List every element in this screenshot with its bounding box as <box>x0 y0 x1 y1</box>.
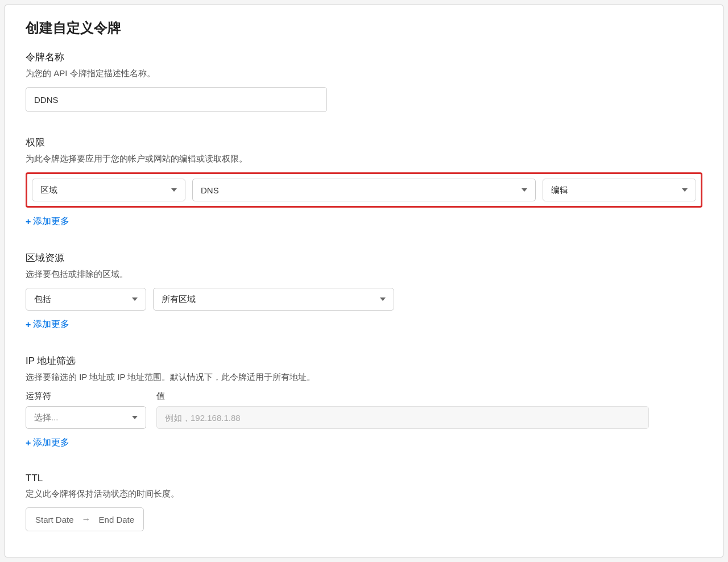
start-date-label: Start Date <box>35 515 74 524</box>
zone-add-more-label: 添加更多 <box>33 319 69 330</box>
permissions-desc: 为此令牌选择要应用于您的帐户或网站的编辑或读取权限。 <box>26 154 702 164</box>
zone-resources-title: 区域资源 <box>26 251 702 265</box>
date-range-picker[interactable]: Start Date → End Date <box>26 507 144 531</box>
token-name-desc: 为您的 API 令牌指定描述性名称。 <box>26 68 702 79</box>
token-name-title: 令牌名称 <box>26 51 702 64</box>
chevron-down-icon <box>522 188 527 192</box>
section-permissions: 权限 为此令牌选择要应用于您的帐户或网站的编辑或读取权限。 区域 DNS 编辑 … <box>26 136 702 228</box>
token-name-input[interactable] <box>26 87 327 112</box>
chevron-down-icon <box>171 188 177 192</box>
value-label: 值 <box>156 391 649 402</box>
permission-resource-select[interactable]: DNS <box>192 179 536 201</box>
zone-add-more-button[interactable]: + 添加更多 <box>26 319 69 330</box>
permission-scope-select[interactable]: 区域 <box>32 179 185 201</box>
chevron-down-icon <box>132 416 138 419</box>
zone-select[interactable]: 所有区域 <box>153 288 394 311</box>
permission-scope-value: 区域 <box>40 185 57 196</box>
ip-filter-title: IP 地址筛选 <box>26 354 702 367</box>
permissions-add-more-label: 添加更多 <box>33 216 69 228</box>
form-container: 创建自定义令牌 令牌名称 为您的 API 令牌指定描述性名称。 权限 为此令牌选… <box>5 5 723 557</box>
zone-resources-row: 包括 所有区域 <box>26 288 702 311</box>
section-ttl: TTL 定义此令牌将保持活动状态的时间长度。 Start Date → End … <box>26 473 702 531</box>
page-title: 创建自定义令牌 <box>26 19 702 37</box>
ttl-desc: 定义此令牌将保持活动状态的时间长度。 <box>26 489 702 499</box>
plus-icon: + <box>26 217 31 227</box>
chevron-down-icon <box>132 297 138 301</box>
ip-value-input[interactable] <box>156 406 649 429</box>
ttl-title: TTL <box>26 473 702 484</box>
permissions-add-more-button[interactable]: + 添加更多 <box>26 216 69 228</box>
chevron-down-icon <box>380 297 386 301</box>
permission-action-select[interactable]: 编辑 <box>543 179 696 201</box>
ip-add-more-button[interactable]: + 添加更多 <box>26 437 69 449</box>
plus-icon: + <box>26 320 31 330</box>
zone-resources-desc: 选择要包括或排除的区域。 <box>26 269 702 280</box>
operator-select[interactable]: 选择... <box>26 406 146 429</box>
permissions-row-highlight: 区域 DNS 编辑 <box>26 172 702 208</box>
operator-value: 选择... <box>34 412 59 423</box>
arrow-right-icon: → <box>82 514 91 524</box>
section-zone-resources: 区域资源 选择要包括或排除的区域。 包括 所有区域 + 添加更多 <box>26 251 702 330</box>
permission-resource-value: DNS <box>201 185 219 195</box>
plus-icon: + <box>26 438 31 448</box>
ip-add-more-label: 添加更多 <box>33 437 69 449</box>
permission-action-value: 编辑 <box>551 185 568 196</box>
zone-include-value: 包括 <box>34 294 51 305</box>
ip-filter-desc: 选择要筛选的 IP 地址或 IP 地址范围。默认情况下，此令牌适用于所有地址。 <box>26 372 702 383</box>
operator-label: 运算符 <box>26 391 146 402</box>
chevron-down-icon <box>682 188 688 192</box>
zone-include-select[interactable]: 包括 <box>26 288 146 311</box>
section-ip-filter: IP 地址筛选 选择要筛选的 IP 地址或 IP 地址范围。默认情况下，此令牌适… <box>26 354 702 449</box>
section-token-name: 令牌名称 为您的 API 令牌指定描述性名称。 <box>26 51 702 112</box>
end-date-label: End Date <box>99 515 135 524</box>
permissions-title: 权限 <box>26 136 702 149</box>
ip-filter-row: 运算符 选择... 值 <box>26 391 702 429</box>
zone-value: 所有区域 <box>162 294 196 305</box>
